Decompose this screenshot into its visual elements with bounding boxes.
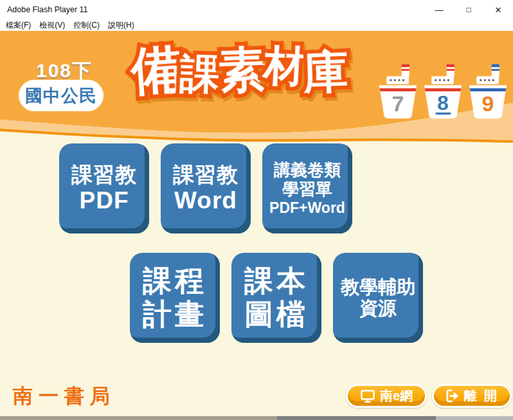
ship-grade-8-button[interactable]: 8: [423, 63, 463, 122]
exit-icon: [445, 388, 460, 403]
ship-icon: 9: [468, 63, 508, 120]
minimize-icon[interactable]: —: [424, 0, 454, 19]
menu-file[interactable]: 檔案(F): [6, 20, 31, 31]
menu-control[interactable]: 控制(C): [73, 20, 100, 31]
flash-content: 108下 國中公民 備 備 課 課 素 素 材 材 庫 庫: [0, 31, 513, 416]
title-char: 素 素: [217, 38, 267, 104]
svg-text:8: 8: [437, 91, 449, 114]
menu-view[interactable]: 檢視(V): [39, 20, 65, 31]
title-char: 課 課: [179, 46, 222, 103]
nan-e-web-button[interactable]: 南e網: [346, 384, 427, 408]
selected-underline: [436, 113, 451, 114]
subject-badge: 國中公民: [19, 80, 104, 111]
window-controls: — □ ✕: [424, 0, 513, 19]
svg-text:9: 9: [482, 91, 494, 116]
close-icon[interactable]: ✕: [483, 0, 513, 19]
teaching-aids-button[interactable]: 教學輔助 資源: [333, 253, 423, 343]
menu-bar: 檔案(F) 檢視(V) 控制(C) 說明(H): [0, 19, 513, 31]
curriculum-plan-button[interactable]: 課程 計畫: [130, 253, 220, 343]
monitor-icon: [360, 388, 375, 404]
svg-text:7: 7: [392, 91, 404, 116]
ship-icon: 7: [378, 63, 418, 120]
exit-label: 離 開: [464, 387, 500, 405]
app-window: Adobe Flash Player 11 — □ ✕ 檔案(F) 檢視(V) …: [0, 0, 513, 420]
ship-icon: 8: [423, 63, 463, 120]
grade-selector: 7 8: [378, 63, 508, 122]
exit-button[interactable]: 離 開: [432, 384, 512, 408]
window-titlebar: Adobe Flash Player 11 — □ ✕: [0, 0, 513, 19]
title-char: 庫 庫: [302, 42, 349, 104]
title-char: 備 備: [129, 34, 184, 107]
window-title: Adobe Flash Player 11: [0, 5, 424, 14]
ship-grade-9-button[interactable]: 9: [468, 63, 508, 122]
maximize-icon[interactable]: □: [454, 0, 483, 19]
workbook-word-button[interactable]: 課習教 Word: [161, 143, 251, 233]
publisher-logo: 南一書局: [13, 383, 116, 410]
textbook-images-button[interactable]: 課本 圖檔: [231, 253, 321, 343]
ship-grade-7-button[interactable]: 7: [378, 63, 418, 122]
page-title: 備 備 課 課 素 素 材 材 庫 庫: [132, 36, 347, 105]
workbook-pdf-button[interactable]: 課習教 PDF: [59, 143, 149, 233]
menu-help[interactable]: 說明(H): [108, 20, 134, 31]
title-char: 材 材: [262, 36, 308, 96]
window-bottom-edge: [0, 416, 513, 420]
nan-e-web-label: 南e網: [380, 387, 413, 405]
handouts-worksheets-button[interactable]: 講義卷類 學習單 PDF+Word: [262, 143, 352, 233]
